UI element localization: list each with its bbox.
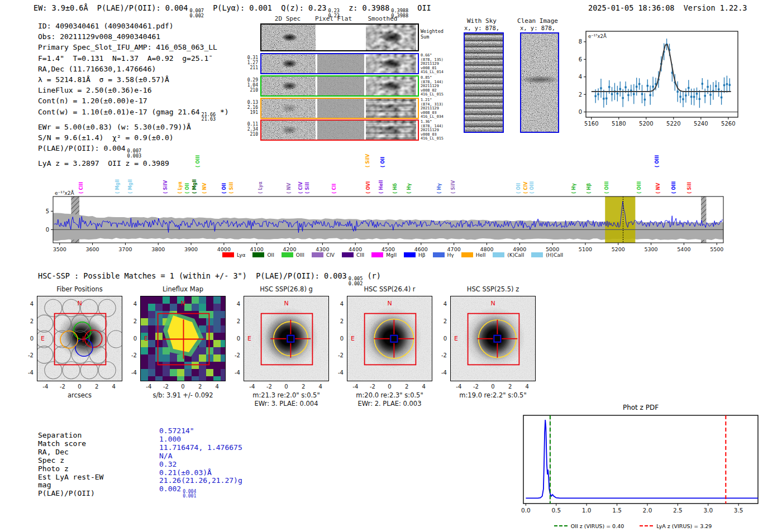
svg-text:e⁻¹⁷x2Å: e⁻¹⁷x2Å — [55, 190, 75, 196]
emission-line-label: ( OIII — [196, 155, 201, 167]
svg-text:6: 6 — [579, 56, 582, 63]
svg-text:5220: 5220 — [666, 121, 680, 127]
legend-label: OIII — [296, 252, 304, 258]
svg-text:3500: 3500 — [53, 246, 66, 252]
pixel-flat-cutout — [317, 121, 364, 140]
x-tick-label: -2 — [470, 384, 481, 390]
x-tick-label: -2 — [367, 384, 378, 390]
svg-text:3900: 3900 — [184, 246, 198, 252]
cutout-title: HSC SSP(25.5) z — [439, 285, 547, 293]
spec2d-row — [260, 98, 419, 119]
legend-swatch — [312, 252, 323, 257]
x-tick-label: 2 — [194, 384, 206, 390]
legend-swatch — [493, 252, 504, 257]
y-tick-label: -2 — [126, 352, 137, 358]
svg-text:5100: 5100 — [579, 246, 592, 252]
y-tick-label: 2 — [126, 318, 137, 324]
legend-label: (H)CaII — [546, 252, 563, 258]
match-field-value: 11.716474, 1.476675 — [159, 444, 242, 452]
dashed-line-swatch — [640, 525, 653, 526]
spec2d-row-stats: 0.291.04210 — [246, 78, 258, 93]
x-tick-label: -2 — [160, 384, 171, 390]
cutout-caption: arcsecs — [23, 391, 136, 399]
east-label: E — [454, 335, 461, 342]
x-tick-label: 2 — [401, 384, 412, 390]
legend-label: CIII — [356, 252, 364, 258]
x-tick-label: 2 — [504, 384, 516, 390]
spec2d-row — [260, 119, 419, 141]
legend-label: Lyα — [237, 252, 245, 258]
detection-info-line: EWr = 5.00(±0.83) (w: 5.30(±0.79))Å — [38, 122, 229, 132]
x-tick-label: -4 — [453, 384, 464, 390]
legend-swatch — [222, 252, 234, 257]
svg-text:0: 0 — [579, 109, 582, 115]
match-table-values: 0.57214"1.00011.716474, 1.476675N/A0.320… — [159, 427, 242, 499]
stacked-uncertainty: 0.0050.002 — [349, 276, 363, 286]
svg-text:3600: 3600 — [85, 246, 99, 252]
x-tick-label: 0 — [74, 384, 85, 390]
match-field-value: 0.21(±0.03)Å — [159, 469, 242, 477]
detection-info-line: LineFlux = 2.50(±0.36)e-16 — [38, 85, 229, 95]
y-tick-label: 4 — [22, 301, 34, 307]
spec2d-col-title: Smoothed — [357, 15, 408, 22]
stacked-uncertainty: 21.6621.63 — [202, 112, 216, 122]
y-tick-label: -4 — [332, 370, 344, 376]
north-label: N — [490, 300, 497, 307]
match-field-label: mag — [38, 481, 103, 490]
svg-text:5200: 5200 — [612, 246, 625, 252]
spectrum-line-legend: LyαOIIOIIICIVCIIIMgIIHβHγHeII(K)CaII(H)C… — [222, 249, 570, 260]
timestamp: 2025-01-05 18:36:08 — [588, 3, 674, 12]
y-tick-label: 4 — [332, 301, 344, 307]
cutout-title: HSC SSP(26.4) r — [336, 285, 444, 293]
timestamp-version: 2025-01-05 18:36:08 Version 1.22.3 — [588, 3, 747, 12]
legend-label: Hγ — [447, 252, 454, 258]
svg-text:5: 5 — [46, 208, 49, 214]
spec2d-row — [260, 23, 419, 51]
stacked-uncertainty: 0.0070.003 — [127, 148, 142, 158]
spec2d-row-meta: 0.66"(878, 135)20211129v008_01416_LL_014 — [421, 54, 454, 75]
photz-legend-label: LyA z (VIRUS) = 3.29 — [656, 523, 712, 529]
photz-legend: OII z (VIRUS) = 0.40LyA z (VIRUS) = 3.29 — [523, 518, 758, 529]
legend-item: HeII — [461, 252, 486, 258]
legend-item: MgII — [371, 252, 397, 258]
spec2d-row-meta: 1.36"(878, 144)20211129v008_03416_LL_015 — [421, 120, 454, 141]
svg-text:5300: 5300 — [644, 246, 657, 252]
y-tick-label: -2 — [22, 352, 34, 358]
y-tick-label: -2 — [436, 352, 447, 358]
detection-info-line: RA,Dec (11.716630,1.476646) — [38, 64, 229, 74]
svg-text:e⁻¹⁷x2Å: e⁻¹⁷x2Å — [588, 33, 607, 39]
svg-text:5200: 5200 — [639, 121, 653, 127]
spec2d-row — [260, 53, 419, 74]
x-tick-label: 2 — [298, 384, 309, 390]
east-label: E — [41, 335, 47, 342]
cutout-image — [450, 296, 536, 381]
spec2d-cutout — [261, 76, 316, 95]
match-field-label: RA, Dec — [38, 448, 103, 457]
detection-info-line: F=1.4" T=0.1̄31 N=1.3̄7 A=0.9̄2 g=25.1̄ — [38, 53, 229, 64]
legend-swatch — [342, 252, 354, 257]
cutout-title: HSC SSP(26.8) g — [232, 285, 340, 293]
x-tick-label: -2 — [57, 384, 68, 390]
cutout-caption: m:20.0 re:2.3" s:0.5" — [333, 391, 446, 399]
svg-text:3.5: 3.5 — [734, 507, 743, 514]
y-tick-label: 0 — [332, 336, 344, 342]
x-tick-label: 4 — [108, 384, 120, 390]
emission-line-label: ( SiIV — [365, 154, 370, 167]
detection-info-line: Obs: 20211129v008_4090340461 — [38, 31, 229, 42]
legend-item: CIII — [342, 252, 364, 258]
cutout-image — [37, 296, 122, 381]
photz-legend-label: OII z (VIRUS) = 0.40 — [571, 523, 624, 529]
smoothed-cutout — [366, 25, 416, 50]
svg-text:3800: 3800 — [151, 246, 165, 252]
svg-text:3700: 3700 — [118, 246, 132, 252]
svg-text:5160: 5160 — [584, 121, 598, 127]
match-field-value: N/A — [159, 452, 242, 461]
y-tick-label: 4 — [436, 301, 447, 307]
detection-info-line: ID: 4090340461 (4090340461.pdf) — [38, 21, 229, 31]
weighted-sum-label: WeightedSum — [421, 29, 454, 40]
smoothed-cutout — [366, 54, 416, 73]
detection-info: ID: 4090340461 (4090340461.pdf)Obs: 2021… — [38, 21, 229, 169]
detection-info-line: Primary Spec_Slot_IFU_AMP: 416_058_063_L… — [38, 42, 229, 52]
spec2d-cutout — [261, 25, 316, 50]
spec2d-col-title: Pixel Flat — [308, 15, 359, 22]
